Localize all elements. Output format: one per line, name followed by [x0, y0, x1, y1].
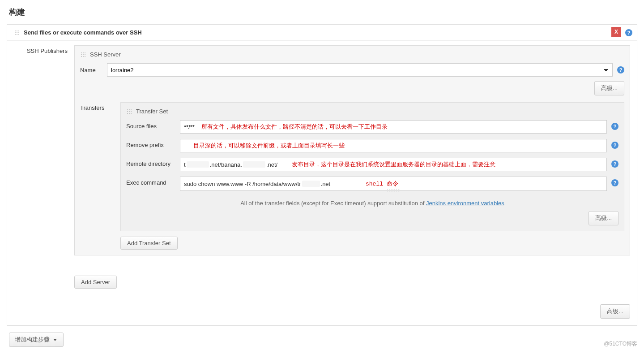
page-title: 构建: [7, 7, 637, 17]
remove-prefix-label: Remove prefix: [126, 139, 180, 148]
source-files-label: Source files: [126, 120, 180, 130]
env-vars-link[interactable]: Jenkins environment variables: [426, 200, 504, 207]
ssh-publishers-label: SSH Publishers: [21, 45, 74, 54]
transfers-label: Transfers: [80, 102, 120, 111]
section-header: Send files or execute commands over SSH …: [7, 25, 637, 41]
name-select[interactable]: lorraine2: [107, 63, 613, 77]
add-build-step-label: 增加构建步骤: [15, 336, 50, 344]
add-build-step-dropdown[interactable]: 增加构建步骤: [9, 333, 64, 347]
drag-handle-icon[interactable]: [126, 108, 132, 115]
close-button[interactable]: X: [611, 27, 621, 37]
help-icon[interactable]: ?: [611, 160, 618, 168]
ssh-server-box: SSH Server Name lorraine2 ? 高级...: [74, 45, 630, 255]
drag-handle-icon[interactable]: [14, 30, 20, 36]
exec-command-label: Exec command: [126, 177, 180, 186]
section-title: Send files or execute commands over SSH: [24, 29, 142, 36]
name-label: Name: [80, 67, 107, 73]
remote-directory-input[interactable]: t.net/banana..net/: [180, 158, 607, 171]
advanced-button[interactable]: 高级...: [594, 81, 624, 95]
add-transfer-set-button[interactable]: Add Transfer Set: [120, 237, 178, 250]
advanced-button[interactable]: 高级...: [600, 304, 630, 319]
drag-handle-icon[interactable]: [80, 52, 86, 58]
help-icon[interactable]: ?: [611, 123, 618, 130]
remove-prefix-input[interactable]: [180, 139, 607, 152]
transfer-footer-note: All of the transfer fields (except for E…: [126, 200, 618, 207]
help-icon[interactable]: ?: [611, 179, 618, 186]
redacted-text: [187, 161, 209, 168]
help-icon[interactable]: ?: [611, 142, 618, 149]
resize-grip-icon[interactable]: [387, 189, 400, 192]
redacted-text: [302, 181, 320, 187]
add-server-button[interactable]: Add Server: [74, 276, 117, 289]
transfer-set-box: Transfer Set Source files 所有文件，具体发布什么文件，…: [120, 102, 624, 231]
advanced-button[interactable]: 高级...: [589, 211, 618, 225]
source-files-input[interactable]: [180, 120, 607, 134]
help-icon[interactable]: ?: [625, 29, 632, 36]
chevron-down-icon: [53, 339, 57, 341]
watermark: @51CTO博客: [604, 340, 637, 348]
ssh-server-title: SSH Server: [90, 51, 121, 58]
help-icon[interactable]: ?: [617, 66, 624, 73]
redacted-text: [243, 161, 265, 168]
transfer-set-title: Transfer Set: [136, 108, 168, 115]
remote-directory-label: Remote directory: [126, 158, 180, 167]
build-section: Send files or execute commands over SSH …: [7, 24, 637, 326]
